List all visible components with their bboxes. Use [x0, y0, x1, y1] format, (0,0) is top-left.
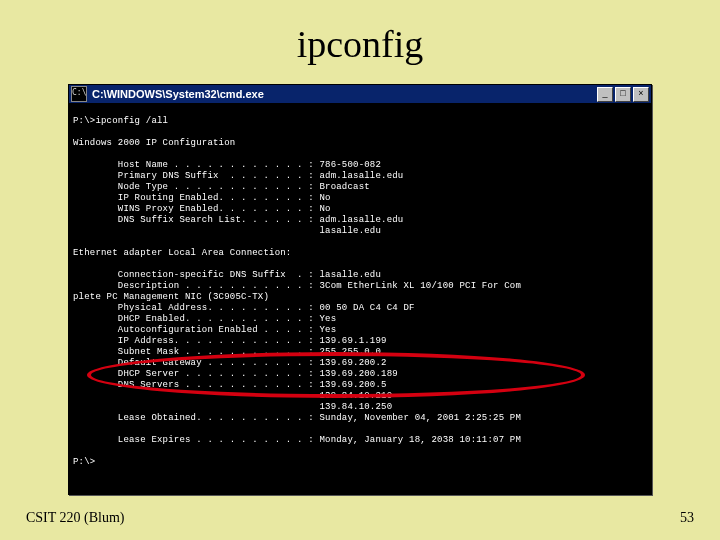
minimize-button[interactable]: _ — [597, 87, 613, 102]
terminal-line: P:\> — [73, 457, 95, 467]
terminal-line: DHCP Enabled. . . . . . . . . . . : Yes — [73, 314, 336, 324]
terminal-line: Physical Address. . . . . . . . . : 00 5… — [73, 303, 415, 313]
cmd-window: C:\ C:\WINDOWS\System32\cmd.exe _ □ × P:… — [68, 84, 652, 495]
terminal-line: DNS Suffix Search List. . . . . . : adm.… — [73, 215, 403, 225]
terminal-line: P:\>ipconfig /all — [73, 116, 168, 126]
terminal-line: 139.84.10.250 — [73, 402, 392, 412]
terminal-line: DNS Servers . . . . . . . . . . . : 139.… — [73, 380, 387, 390]
terminal-line: Subnet Mask . . . . . . . . . . . : 255.… — [73, 347, 381, 357]
terminal-line: Primary DNS Suffix . . . . . . . : adm.l… — [73, 171, 403, 181]
terminal-line: Node Type . . . . . . . . . . . . : Broa… — [73, 182, 370, 192]
terminal-line: Windows 2000 IP Configuration — [73, 138, 235, 148]
maximize-button[interactable]: □ — [615, 87, 631, 102]
slide-title: ipconfig — [0, 22, 720, 66]
footer-left: CSIT 220 (Blum) — [26, 510, 125, 526]
close-button[interactable]: × — [633, 87, 649, 102]
terminal-line: DHCP Server . . . . . . . . . . . : 139.… — [73, 369, 398, 379]
cmd-icon: C:\ — [71, 86, 87, 102]
window-title: C:\WINDOWS\System32\cmd.exe — [90, 88, 597, 100]
terminal-line: IP Address. . . . . . . . . . . . : 139.… — [73, 336, 387, 346]
terminal-line: Ethernet adapter Local Area Connection: — [73, 248, 291, 258]
window-titlebar: C:\ C:\WINDOWS\System32\cmd.exe _ □ × — [69, 85, 651, 103]
terminal-line: lasalle.edu — [73, 226, 381, 236]
terminal-line: Lease Expires . . . . . . . . . . : Mond… — [73, 435, 521, 445]
terminal-line: Host Name . . . . . . . . . . . . : 786-… — [73, 160, 381, 170]
terminal-line: plete PC Management NIC (3C905C-TX) — [73, 292, 269, 302]
terminal-line: IP Routing Enabled. . . . . . . . : No — [73, 193, 331, 203]
terminal-line: Autoconfiguration Enabled . . . . : Yes — [73, 325, 336, 335]
terminal-output: P:\>ipconfig /all Windows 2000 IP Config… — [69, 103, 651, 494]
terminal-line: Default Gateway . . . . . . . . . : 139.… — [73, 358, 387, 368]
footer-page-number: 53 — [680, 510, 694, 526]
slide-footer: CSIT 220 (Blum) 53 — [26, 510, 694, 526]
terminal-line: Description . . . . . . . . . . . : 3Com… — [73, 281, 521, 291]
window-buttons: _ □ × — [597, 87, 649, 102]
terminal-line: Lease Obtained. . . . . . . . . . : Sund… — [73, 413, 521, 423]
terminal-line: WINS Proxy Enabled. . . . . . . . : No — [73, 204, 331, 214]
terminal-line: 139.84.10.210 — [73, 391, 392, 401]
terminal-line: Connection-specific DNS Suffix . : lasal… — [73, 270, 381, 280]
